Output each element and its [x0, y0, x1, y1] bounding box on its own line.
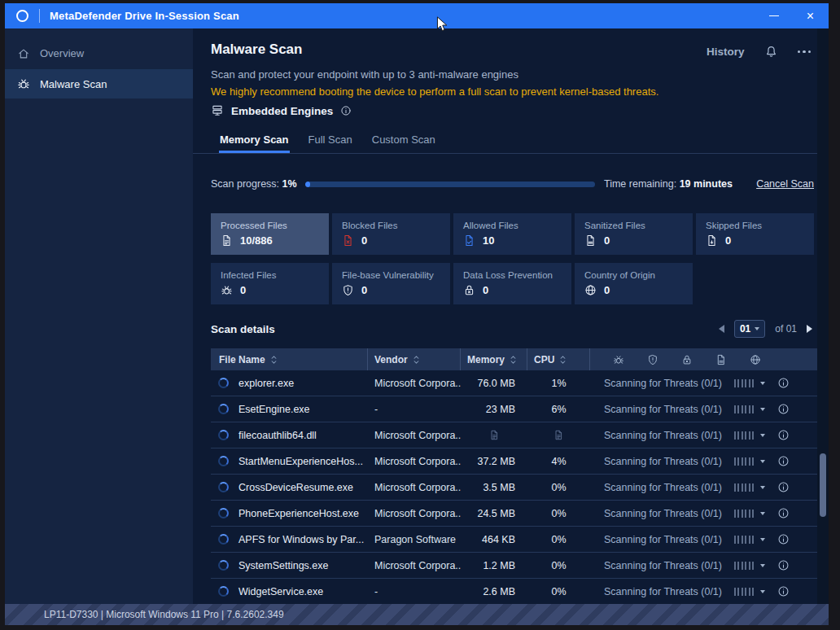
cell-memory: 37.2 MB — [461, 456, 527, 467]
stat-card-blocked-files[interactable]: Blocked Files0 — [332, 213, 450, 255]
chevron-down-icon[interactable] — [760, 486, 765, 489]
stat-card-data-loss-prevention[interactable]: Data Loss Prevention0 — [453, 263, 571, 304]
table-row[interactable]: filecoauthlib64.dllMicrosoft Corpora...S… — [211, 422, 817, 448]
stat-cards: Processed Files10/886Blocked Files0Allow… — [211, 213, 814, 304]
stat-card-processed-files[interactable]: Processed Files10/886 — [211, 213, 329, 255]
chevron-down-icon[interactable] — [760, 590, 765, 593]
cell-memory: 76.0 MB — [461, 378, 527, 389]
stat-card-allowed-files[interactable]: Allowed Files10 — [453, 213, 571, 255]
chevron-down-icon[interactable] — [760, 408, 765, 411]
next-page-button[interactable] — [807, 325, 812, 333]
column-header-memory[interactable]: Memory — [461, 348, 527, 370]
content-scrollbar[interactable] — [817, 28, 829, 604]
globe-icon — [750, 354, 761, 365]
progress-bar-fill — [305, 182, 310, 187]
stat-card-skipped-files[interactable]: Skipped Files0 — [696, 213, 814, 255]
history-button[interactable]: History — [707, 46, 745, 58]
notifications-bell-icon[interactable] — [764, 45, 778, 59]
chevron-down-icon[interactable] — [760, 564, 765, 567]
stat-card-value: 0 — [361, 234, 367, 247]
stat-card-label: File-base Vulnerability — [342, 270, 440, 280]
engine-progress-bars[interactable] — [734, 510, 755, 518]
scanning-spinner-icon — [218, 482, 229, 492]
stat-card-value: 0 — [725, 234, 731, 247]
table-row[interactable]: SystemSettings.exeMicrosoft Corpora...1.… — [211, 553, 817, 579]
file-icon — [489, 430, 500, 440]
table-row[interactable]: APFS for Windows by Par...Paragon Softwa… — [211, 527, 817, 553]
stat-card-file-base-vulnerability[interactable]: File-base Vulnerability0 — [332, 263, 450, 304]
scrollbar-thumb[interactable] — [820, 453, 826, 517]
info-icon — [777, 481, 790, 493]
engine-progress-bars[interactable] — [734, 483, 755, 492]
minimize-button[interactable] — [755, 3, 792, 28]
row-info-button[interactable] — [777, 559, 790, 571]
cell-scan-status: Scanning for Threats (0/1) — [604, 586, 722, 597]
page-select[interactable]: 01 — [734, 320, 765, 338]
cell-scan-status: Scanning for Threats (0/1) — [604, 482, 722, 493]
tab-custom-scan[interactable]: Custom Scan — [371, 127, 436, 153]
file-x-icon — [342, 234, 354, 247]
chevron-down-icon[interactable] — [760, 382, 765, 385]
table-row[interactable]: EsetEngine.exe-23 MB6%Scanning for Threa… — [211, 396, 817, 422]
cancel-scan-link[interactable]: Cancel Scan — [756, 178, 814, 190]
engines-icon — [211, 104, 224, 117]
cell-memory: 23 MB — [461, 404, 527, 415]
info-icon — [777, 533, 790, 545]
more-options-button[interactable] — [798, 47, 812, 57]
tab-label: Full Scan — [308, 133, 352, 146]
row-info-button[interactable] — [777, 533, 790, 545]
cell-scan-status: Scanning for Threats (0/1) — [604, 508, 722, 519]
column-header-cpu[interactable]: CPU — [527, 348, 590, 370]
sort-icon — [559, 354, 567, 365]
row-info-button[interactable] — [777, 481, 790, 493]
engine-progress-bars[interactable] — [734, 588, 755, 596]
table-row[interactable]: CrossDeviceResume.exeMicrosoft Corpora..… — [211, 475, 817, 501]
scan-warning-text: We highly recommend booting the device t… — [211, 85, 658, 98]
sidebar-item-malware-scan[interactable]: Malware Scan — [5, 68, 193, 98]
info-icon[interactable] — [340, 105, 352, 116]
cell-memory: 1.2 MB — [461, 560, 527, 571]
column-header-vendor[interactable]: Vendor — [368, 348, 461, 370]
chevron-down-icon[interactable] — [760, 538, 765, 541]
bug-icon — [613, 354, 624, 365]
table-row[interactable]: PhoneExperienceHost.exeMicrosoft Corpora… — [211, 501, 817, 527]
row-info-button[interactable] — [777, 403, 790, 415]
stat-card-infected-files[interactable]: Infected Files0 — [211, 263, 329, 304]
window-controls: × — [755, 3, 829, 28]
stat-card-value: 10/886 — [240, 234, 273, 247]
table-row[interactable]: StartMenuExperienceHos...Microsoft Corpo… — [211, 448, 817, 475]
row-info-button[interactable] — [777, 377, 790, 389]
table-row[interactable]: WidgetService.exe-2.6 MB0%Scanning for T… — [211, 579, 817, 604]
engine-progress-bars[interactable] — [734, 562, 755, 570]
engine-progress-bars[interactable] — [734, 405, 755, 413]
engine-progress-bars[interactable] — [734, 379, 755, 387]
row-info-button[interactable] — [777, 507, 790, 519]
row-info-button[interactable] — [777, 585, 790, 597]
engine-progress-bars[interactable] — [734, 431, 755, 440]
stat-card-country-of-origin[interactable]: Country of Origin0 — [575, 263, 693, 304]
stat-card-value: 0 — [604, 284, 610, 296]
stat-card-sanitized-files[interactable]: Sanitized Files0 — [575, 213, 693, 255]
chevron-down-icon[interactable] — [760, 460, 765, 463]
close-button[interactable]: × — [792, 3, 829, 28]
stat-card-label: Skipped Files — [706, 221, 804, 230]
previous-page-button[interactable] — [719, 325, 724, 333]
tab-memory-scan[interactable]: Memory Scan — [219, 127, 290, 153]
tab-full-scan[interactable]: Full Scan — [308, 127, 353, 153]
row-info-button[interactable] — [777, 455, 790, 467]
sidebar-item-overview[interactable]: Overview — [5, 38, 193, 68]
scan-details-title: Scan details — [211, 323, 275, 335]
row-info-button[interactable] — [777, 429, 790, 441]
globe-icon — [584, 284, 597, 296]
column-header-file-name[interactable]: File Name — [211, 348, 368, 370]
table-row[interactable]: explorer.exeMicrosoft Corpora...76.0 MB1… — [211, 370, 817, 396]
header-actions: History — [707, 45, 811, 59]
scan-description: Scan and protect your endpoint with up t… — [211, 68, 518, 81]
engine-progress-bars[interactable] — [734, 457, 755, 466]
time-remaining-value: 19 minutes — [680, 178, 733, 190]
time-remaining: Time remaining: 19 minutes — [604, 178, 733, 190]
chevron-down-icon[interactable] — [760, 512, 765, 515]
chevron-down-icon[interactable] — [760, 434, 765, 437]
tab-label: Memory Scan — [220, 133, 289, 146]
engine-progress-bars[interactable] — [734, 536, 755, 544]
